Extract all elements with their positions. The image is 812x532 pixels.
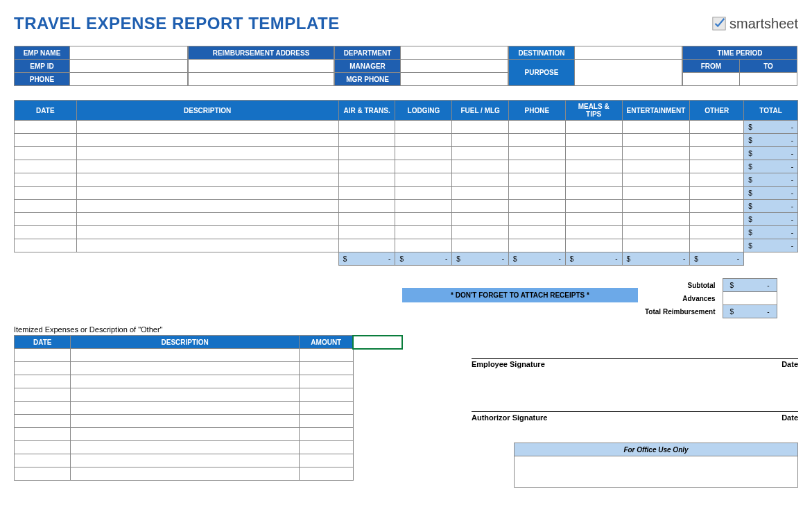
cell[interactable] — [452, 160, 509, 173]
cell[interactable] — [395, 134, 452, 147]
cell[interactable] — [395, 226, 452, 239]
cell[interactable] — [71, 467, 299, 481]
cell[interactable] — [15, 441, 71, 454]
cell[interactable] — [338, 187, 395, 200]
cell[interactable] — [395, 187, 452, 200]
cell[interactable] — [338, 239, 395, 252]
cell[interactable] — [565, 213, 622, 226]
cell[interactable] — [509, 173, 566, 187]
reimb-addr-input-2[interactable] — [189, 73, 334, 86]
cell[interactable] — [452, 239, 509, 252]
cell[interactable] — [622, 200, 690, 213]
cell[interactable] — [15, 147, 77, 160]
cell[interactable] — [338, 134, 395, 147]
emp-name-input[interactable] — [70, 46, 188, 60]
cell[interactable] — [509, 134, 566, 147]
cell[interactable] — [15, 134, 77, 147]
cell[interactable] — [76, 173, 338, 187]
cell[interactable] — [395, 213, 452, 226]
destination-input[interactable] — [575, 46, 682, 60]
department-input[interactable] — [401, 46, 508, 60]
cell[interactable] — [299, 415, 353, 428]
cell[interactable] — [622, 160, 690, 173]
cell[interactable] — [71, 454, 299, 467]
mgr-phone-input[interactable] — [401, 73, 508, 86]
cell[interactable] — [15, 467, 71, 481]
cell[interactable] — [15, 362, 71, 375]
cell[interactable] — [395, 239, 452, 252]
cell[interactable] — [76, 213, 338, 226]
cell[interactable] — [509, 147, 566, 160]
cell[interactable] — [76, 147, 338, 160]
cell[interactable] — [15, 173, 77, 187]
cell[interactable] — [690, 226, 744, 239]
cell[interactable] — [15, 213, 77, 226]
cell[interactable] — [690, 147, 744, 160]
cell[interactable] — [452, 226, 509, 239]
cell[interactable] — [395, 160, 452, 173]
cell[interactable] — [690, 200, 744, 213]
cell[interactable] — [395, 121, 452, 134]
cell[interactable] — [565, 200, 622, 213]
cell[interactable] — [565, 239, 622, 252]
emp-signature-line[interactable] — [472, 339, 798, 359]
cell[interactable] — [690, 121, 744, 134]
cell[interactable] — [452, 200, 509, 213]
cell[interactable] — [15, 415, 71, 428]
cell[interactable] — [452, 147, 509, 160]
cell[interactable] — [452, 173, 509, 187]
cell[interactable] — [690, 160, 744, 173]
cell[interactable] — [15, 402, 71, 415]
cell[interactable] — [509, 160, 566, 173]
cell[interactable] — [690, 187, 744, 200]
cell[interactable] — [76, 187, 338, 200]
cell[interactable] — [565, 173, 622, 187]
cell[interactable] — [15, 160, 77, 173]
cell[interactable] — [509, 226, 566, 239]
cell[interactable] — [690, 239, 744, 252]
manager-input[interactable] — [401, 60, 508, 73]
cell[interactable] — [299, 349, 353, 362]
cell[interactable] — [71, 349, 299, 362]
cell[interactable] — [509, 187, 566, 200]
cell[interactable] — [622, 239, 690, 252]
cell[interactable] — [395, 147, 452, 160]
cell[interactable] — [509, 239, 566, 252]
cell[interactable] — [338, 147, 395, 160]
cell[interactable] — [395, 200, 452, 213]
cell[interactable] — [509, 200, 566, 213]
cell[interactable] — [338, 226, 395, 239]
cell[interactable] — [299, 362, 353, 375]
cell[interactable] — [76, 226, 338, 239]
cell[interactable] — [15, 187, 77, 200]
cell[interactable] — [622, 147, 690, 160]
cell[interactable] — [565, 121, 622, 134]
cell[interactable] — [76, 121, 338, 134]
cell[interactable] — [15, 226, 77, 239]
cell[interactable] — [338, 121, 395, 134]
cell[interactable] — [395, 173, 452, 187]
cell[interactable] — [76, 134, 338, 147]
cell[interactable] — [565, 147, 622, 160]
to-input[interactable] — [740, 73, 797, 86]
cell[interactable] — [452, 134, 509, 147]
cell[interactable] — [565, 134, 622, 147]
cell[interactable] — [15, 121, 77, 134]
cell[interactable] — [299, 428, 353, 441]
cell[interactable] — [338, 200, 395, 213]
cell[interactable] — [15, 200, 77, 213]
purpose-input[interactable] — [575, 60, 682, 86]
emp-id-input[interactable] — [70, 60, 188, 73]
office-use-input[interactable] — [515, 456, 798, 488]
cell[interactable] — [565, 160, 622, 173]
cell[interactable] — [76, 160, 338, 173]
cell[interactable] — [71, 388, 299, 402]
cell[interactable] — [299, 441, 353, 454]
cell[interactable] — [15, 375, 71, 388]
cell[interactable] — [71, 441, 299, 454]
cell[interactable] — [299, 402, 353, 415]
cell[interactable] — [15, 388, 71, 402]
cell[interactable] — [452, 213, 509, 226]
cell[interactable] — [338, 160, 395, 173]
cell[interactable] — [299, 375, 353, 388]
